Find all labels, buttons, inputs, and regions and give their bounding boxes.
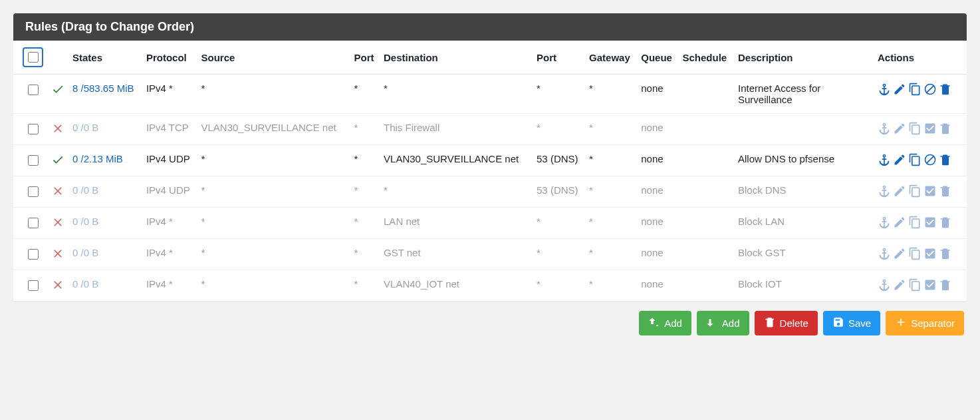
disable-icon[interactable] — [923, 83, 937, 96]
edit-icon[interactable] — [893, 184, 906, 198]
anchor-icon[interactable] — [878, 184, 891, 198]
anchor-icon[interactable] — [878, 247, 891, 260]
separator-button[interactable]: Separator — [886, 311, 964, 335]
col-source: Source — [197, 41, 350, 75]
pass-icon — [51, 83, 64, 96]
rule-row[interactable]: 0 /0 BIPv4 UDP***53 (DNS)*noneBlock DNS — [13, 176, 967, 208]
cell-gateway: * — [585, 208, 637, 239]
delete-icon[interactable] — [939, 278, 952, 292]
block-icon — [51, 122, 64, 135]
cell-schedule — [678, 145, 734, 176]
cell-source: * — [197, 208, 350, 239]
enable-icon[interactable] — [923, 278, 937, 292]
cell-port-dst: * — [533, 114, 585, 145]
cell-protocol: IPv4 UDP — [142, 145, 197, 176]
copy-icon[interactable] — [908, 122, 921, 135]
edit-icon[interactable] — [893, 153, 906, 166]
enable-icon[interactable] — [923, 122, 937, 135]
save-button[interactable]: Save — [823, 311, 880, 335]
cell-description: Block DNS — [734, 176, 874, 208]
cell-port-src: * — [350, 239, 380, 270]
copy-icon[interactable] — [908, 278, 921, 292]
delete-button[interactable]: Delete — [755, 311, 818, 335]
states-link[interactable]: 0 /0 B — [72, 216, 98, 227]
states-link[interactable]: 8 /583.65 MiB — [72, 83, 134, 94]
states-link[interactable]: 0 /0 B — [72, 278, 98, 290]
add-top-button[interactable]: Add — [639, 311, 691, 335]
cell-description — [734, 114, 874, 145]
rules-panel: Rules (Drag to Change Order) States Prot… — [13, 13, 967, 302]
col-description: Description — [734, 41, 874, 75]
row-select-checkbox[interactable] — [28, 249, 39, 260]
panel-title: Rules (Drag to Change Order) — [13, 13, 967, 41]
enable-icon[interactable] — [923, 184, 937, 198]
row-select-checkbox[interactable] — [28, 85, 39, 95]
copy-icon[interactable] — [908, 247, 921, 260]
cell-protocol: IPv4 TCP — [142, 114, 197, 145]
cell-queue: none — [637, 145, 678, 176]
rule-row[interactable]: 0 /2.13 MiBIPv4 UDP**VLAN30_SURVEILLANCE… — [13, 145, 967, 176]
edit-icon[interactable] — [893, 83, 906, 96]
enable-icon[interactable] — [923, 216, 937, 229]
copy-icon[interactable] — [908, 184, 921, 198]
cell-source: * — [197, 176, 350, 208]
delete-icon[interactable] — [939, 122, 952, 135]
cell-source: * — [197, 270, 350, 302]
col-queue: Queue — [637, 41, 678, 75]
row-select-checkbox[interactable] — [28, 218, 39, 228]
row-select-checkbox[interactable] — [28, 186, 39, 197]
row-select-checkbox[interactable] — [28, 280, 39, 291]
col-select — [13, 41, 47, 75]
cell-actions — [874, 145, 967, 176]
delete-icon[interactable] — [939, 83, 952, 96]
cell-actions — [874, 75, 967, 114]
cell-port-src: * — [350, 75, 380, 114]
rule-row[interactable]: 0 /0 BIPv4 TCPVLAN30_SURVEILLANCE net*Th… — [13, 114, 967, 145]
states-link[interactable]: 0 /0 B — [72, 247, 98, 258]
anchor-icon[interactable] — [878, 122, 891, 135]
copy-icon[interactable] — [908, 153, 921, 166]
cell-destination: * — [380, 75, 533, 114]
cell-description: Internet Access for Surveillance — [734, 75, 874, 114]
anchor-icon[interactable] — [878, 216, 891, 229]
add-bottom-label: Add — [722, 317, 740, 329]
delete-icon[interactable] — [939, 216, 952, 229]
enable-icon[interactable] — [923, 247, 937, 260]
states-link[interactable]: 0 /0 B — [72, 184, 98, 196]
rule-row[interactable]: 0 /0 BIPv4 ***VLAN40_IOT net**noneBlock … — [13, 270, 967, 302]
cell-description: Block GST — [734, 239, 874, 270]
rule-row[interactable]: 0 /0 BIPv4 ***LAN net**noneBlock LAN — [13, 208, 967, 239]
block-icon — [51, 278, 64, 292]
delete-icon[interactable] — [939, 184, 952, 198]
rule-row[interactable]: 8 /583.65 MiBIPv4 ******noneInternet Acc… — [13, 75, 967, 114]
cell-queue: none — [637, 270, 678, 302]
states-link[interactable]: 0 /2.13 MiB — [72, 153, 123, 164]
add-bottom-button[interactable]: Add — [697, 311, 749, 335]
cell-description: Allow DNS to pfsense — [734, 145, 874, 176]
edit-icon[interactable] — [893, 122, 906, 135]
copy-icon[interactable] — [908, 83, 921, 96]
edit-icon[interactable] — [893, 216, 906, 229]
delete-icon[interactable] — [939, 153, 952, 166]
save-icon — [832, 316, 844, 330]
anchor-icon[interactable] — [878, 153, 891, 166]
states-link[interactable]: 0 /0 B — [72, 122, 98, 133]
level-down-icon — [706, 316, 718, 330]
row-select-checkbox[interactable] — [28, 155, 39, 166]
cell-source: * — [197, 239, 350, 270]
delete-icon[interactable] — [939, 247, 952, 260]
block-icon — [51, 247, 64, 260]
anchor-icon[interactable] — [878, 278, 891, 292]
select-all-checkbox[interactable] — [28, 52, 39, 63]
edit-icon[interactable] — [893, 278, 906, 292]
cell-source: VLAN30_SURVEILLANCE net — [197, 114, 350, 145]
disable-icon[interactable] — [923, 153, 937, 166]
rule-row[interactable]: 0 /0 BIPv4 ***GST net**noneBlock GST — [13, 239, 967, 270]
cell-gateway: * — [585, 75, 637, 114]
cell-actions — [874, 270, 967, 302]
anchor-icon[interactable] — [878, 83, 891, 96]
row-select-checkbox[interactable] — [28, 124, 39, 134]
copy-icon[interactable] — [908, 216, 921, 229]
edit-icon[interactable] — [893, 247, 906, 260]
cell-schedule — [678, 239, 734, 270]
